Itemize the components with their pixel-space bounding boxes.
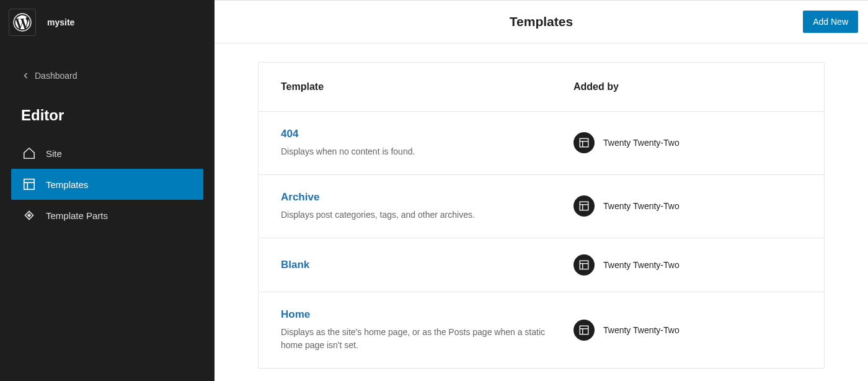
- layout-icon: [578, 325, 590, 336]
- diamond-icon: [22, 208, 36, 222]
- nav-item-label: Template Parts: [46, 210, 108, 221]
- template-link[interactable]: Archive: [281, 191, 559, 204]
- nav-item-label: Templates: [46, 179, 88, 190]
- content-area: Template Added by 404 Displays when no c…: [215, 43, 868, 381]
- col-header-added-by: Added by: [574, 81, 802, 92]
- added-by-cell: Twenty Twenty-Two: [574, 254, 802, 276]
- svg-rect-12: [580, 261, 588, 269]
- layout-icon: [578, 137, 590, 148]
- added-by-label: Twenty Twenty-Two: [603, 325, 680, 335]
- svg-rect-6: [580, 138, 588, 147]
- svg-rect-1: [24, 179, 35, 190]
- templates-table: Template Added by 404 Displays when no c…: [258, 62, 825, 369]
- added-by-cell: Twenty Twenty-Two: [574, 132, 802, 153]
- layout-icon: [578, 259, 590, 271]
- theme-icon: [574, 195, 595, 217]
- layout-icon: [22, 177, 36, 191]
- main-content: Templates Add New Template Added by 404 …: [215, 0, 868, 381]
- theme-icon: [574, 254, 595, 276]
- template-link[interactable]: 404: [281, 128, 559, 140]
- template-info: 404 Displays when no content is found.: [281, 128, 574, 158]
- nav-item-site[interactable]: Site: [11, 138, 203, 169]
- col-header-template: Template: [281, 81, 574, 92]
- template-description: Displays when no content is found.: [281, 145, 559, 158]
- template-info: Blank: [281, 259, 574, 271]
- sidebar-header: mysite: [0, 0, 215, 45]
- template-description: Displays post categories, tags, and othe…: [281, 208, 559, 222]
- top-bar: Templates Add New: [215, 1, 868, 43]
- table-header: Template Added by: [259, 63, 824, 112]
- sidebar-heading: Editor: [0, 104, 215, 138]
- nav-item-label: Site: [46, 148, 62, 159]
- table-row: Blank Twenty Twenty-Two: [259, 238, 824, 292]
- added-by-label: Twenty Twenty-Two: [603, 201, 680, 211]
- svg-rect-9: [580, 202, 588, 210]
- page-title: Templates: [510, 14, 573, 29]
- wordpress-icon: [12, 12, 32, 32]
- template-link[interactable]: Blank: [281, 259, 559, 271]
- theme-icon: [574, 320, 595, 341]
- nav-item-templates[interactable]: Templates: [11, 169, 203, 200]
- back-to-dashboard-link[interactable]: Dashboard: [11, 65, 203, 87]
- svg-rect-15: [580, 326, 588, 334]
- template-link[interactable]: Home: [281, 308, 559, 321]
- template-info: Home Displays as the site's home page, o…: [281, 308, 574, 352]
- home-icon: [22, 146, 36, 160]
- added-by-label: Twenty Twenty-Two: [603, 138, 680, 148]
- sidebar: mysite Dashboard Editor Site Templates T…: [0, 0, 215, 381]
- wordpress-logo[interactable]: [9, 9, 36, 36]
- nav-item-template-parts[interactable]: Template Parts: [11, 200, 203, 231]
- added-by-cell: Twenty Twenty-Two: [574, 320, 802, 341]
- added-by-label: Twenty Twenty-Two: [603, 260, 680, 270]
- table-row: Archive Displays post categories, tags, …: [259, 175, 824, 238]
- theme-icon: [574, 132, 595, 153]
- chevron-left-icon: [22, 72, 30, 79]
- layout-icon: [578, 200, 590, 212]
- template-info: Archive Displays post categories, tags, …: [281, 191, 574, 222]
- add-new-button[interactable]: Add New: [803, 11, 858, 33]
- table-row: 404 Displays when no content is found. T…: [259, 112, 824, 175]
- back-link-label: Dashboard: [35, 71, 78, 81]
- template-description: Displays as the site's home page, or as …: [281, 326, 559, 352]
- site-name: mysite: [47, 17, 74, 27]
- svg-rect-5: [27, 213, 31, 217]
- added-by-cell: Twenty Twenty-Two: [574, 195, 802, 217]
- table-row: Home Displays as the site's home page, o…: [259, 292, 824, 368]
